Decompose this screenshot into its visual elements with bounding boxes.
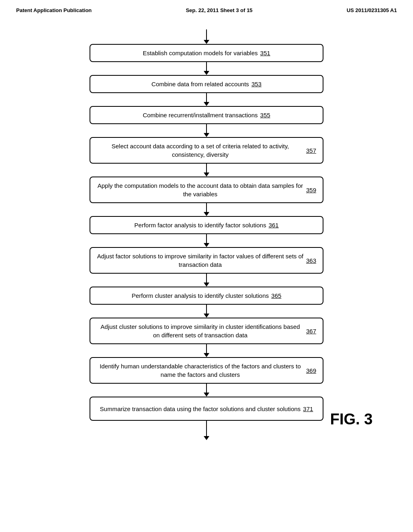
arrow-head xyxy=(204,436,209,440)
arrow-line xyxy=(206,29,207,40)
arrow-363-365 xyxy=(204,274,209,287)
arrow-359-361 xyxy=(204,203,209,216)
flowchart: Establish computation models for variabl… xyxy=(90,29,323,440)
step-367-box: Adjust cluster solutions to improve simi… xyxy=(90,318,323,344)
arrow-353-355 xyxy=(204,93,209,106)
arrow-line xyxy=(206,124,207,133)
arrow-line xyxy=(206,62,207,71)
step-355-text: Combine recurrent/installment transactio… xyxy=(143,111,258,119)
arrow-head xyxy=(204,353,209,357)
arrow-365-367 xyxy=(204,305,209,318)
arrow-369-371 xyxy=(204,384,209,397)
arrow-head xyxy=(204,102,209,106)
step-355-number: 355 xyxy=(260,112,270,118)
header-center: Sep. 22, 2011 Sheet 3 of 15 xyxy=(186,7,252,13)
step-353-box: Combine data from related accounts 353 xyxy=(90,75,323,93)
step-361-text: Perform factor analysis to identify fact… xyxy=(134,221,266,229)
arrow-line xyxy=(206,344,207,353)
arrow-head xyxy=(204,283,209,287)
arrow-361-363 xyxy=(204,234,209,247)
arrow-line xyxy=(206,421,207,436)
step-363-number: 363 xyxy=(306,257,316,264)
arrow-355-357 xyxy=(204,124,209,137)
step-363-box: Adjust factor solutions to improve simil… xyxy=(90,247,323,274)
arrow-head xyxy=(204,40,209,44)
step-351-number: 351 xyxy=(260,50,270,56)
step-351-text: Establish computation models for variabl… xyxy=(143,49,258,57)
step-351-box: Establish computation models for variabl… xyxy=(90,44,323,62)
main-content: Establish computation models for variabl… xyxy=(0,17,413,452)
arrow-head xyxy=(204,71,209,75)
step-357-text: Select account data according to a set o… xyxy=(97,142,304,159)
arrow-357-359 xyxy=(204,164,209,177)
step-367-number: 367 xyxy=(306,328,316,335)
step-361-number: 361 xyxy=(269,222,279,229)
arrow-head xyxy=(204,212,209,216)
step-371-number: 371 xyxy=(303,405,313,412)
figure-label: FIG. 3 xyxy=(330,411,373,428)
arrow-head xyxy=(204,172,209,177)
arrow-head xyxy=(204,243,209,247)
step-371-text: Summarize transaction data using the fac… xyxy=(100,405,301,413)
step-357-number: 357 xyxy=(306,147,316,154)
step-353-number: 353 xyxy=(251,81,261,87)
bottom-exit-arrow xyxy=(204,421,209,440)
step-365-text: Perform cluster analysis to identify clu… xyxy=(131,291,269,300)
step-359-box: Apply the computation models to the acco… xyxy=(90,177,323,203)
step-365-box: Perform cluster analysis to identify clu… xyxy=(90,287,323,305)
step-369-box: Identify human understandable characteri… xyxy=(90,357,323,384)
step-367-text: Adjust cluster solutions to improve simi… xyxy=(97,322,304,339)
step-355-box: Combine recurrent/installment transactio… xyxy=(90,106,323,124)
arrow-351-353 xyxy=(204,62,209,75)
page-header: Patent Application Publication Sep. 22, … xyxy=(0,0,413,17)
arrow-line xyxy=(206,164,207,172)
arrow-head xyxy=(204,133,209,137)
header-left: Patent Application Publication xyxy=(16,7,92,13)
step-371-box: Summarize transaction data using the fac… xyxy=(90,397,323,421)
top-entry-arrow xyxy=(204,29,209,44)
step-357-box: Select account data according to a set o… xyxy=(90,137,323,164)
arrow-line xyxy=(206,203,207,212)
step-353-text: Combine data from related accounts xyxy=(152,80,249,88)
arrow-line xyxy=(206,234,207,243)
arrow-line xyxy=(206,305,207,314)
step-369-text: Identify human understandable characteri… xyxy=(97,362,304,379)
arrow-head xyxy=(204,314,209,318)
step-369-number: 369 xyxy=(306,367,316,374)
arrow-line xyxy=(206,384,207,393)
arrow-367-369 xyxy=(204,344,209,357)
step-361-box: Perform factor analysis to identify fact… xyxy=(90,216,323,234)
step-365-number: 365 xyxy=(271,292,282,299)
step-359-number: 359 xyxy=(306,187,316,193)
arrow-line xyxy=(206,274,207,283)
step-363-text: Adjust factor solutions to improve simil… xyxy=(97,252,304,269)
arrow-head xyxy=(204,393,209,397)
arrow-line xyxy=(206,93,207,102)
step-359-text: Apply the computation models to the acco… xyxy=(97,181,304,198)
header-right: US 2011/0231305 A1 xyxy=(346,7,397,13)
